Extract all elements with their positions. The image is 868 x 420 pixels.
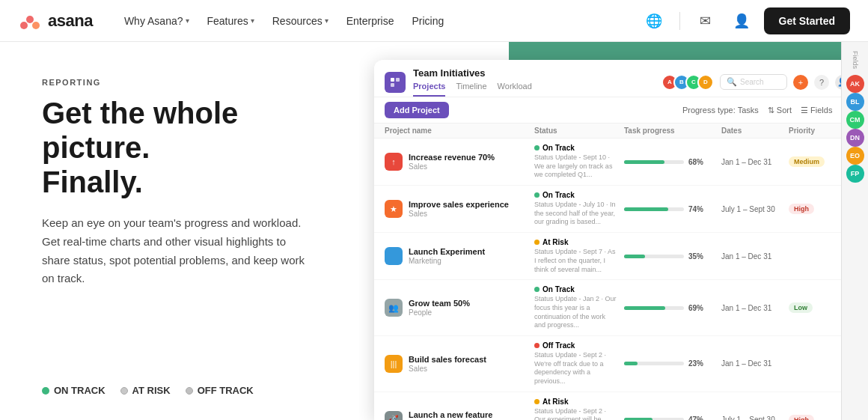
off-track-dot xyxy=(186,387,193,395)
asana-widget: Team Initiatives Projects Timeline Workl… xyxy=(374,60,861,420)
progress-bar-bg xyxy=(624,160,684,164)
search-box[interactable]: 🔍 Search xyxy=(720,74,787,90)
table-body: ↑ Increase revenue 70% Sales On Track St… xyxy=(374,139,861,420)
progress-bar-fill xyxy=(624,255,645,258)
nav-features[interactable]: Features ▾ xyxy=(200,10,262,31)
tab-workload[interactable]: Workload xyxy=(498,82,532,97)
status-dot xyxy=(534,399,540,404)
status-update: Status Update - Jan 2 · Our focus this y… xyxy=(534,295,617,330)
left-panel: REPORTING Get the whole picture. Finally… xyxy=(0,42,359,420)
progress-cell: 35% xyxy=(624,252,721,261)
status-badge: Off Track xyxy=(534,341,624,350)
get-started-button[interactable]: Get Started xyxy=(764,7,850,34)
project-icon: ★ xyxy=(385,200,403,218)
priority-badge: Medium xyxy=(789,156,825,167)
fields-icon: ☰ xyxy=(801,106,808,115)
project-icon: 👥 xyxy=(385,299,403,317)
dates-cell: Jan 1 – Dec 31 xyxy=(721,252,789,261)
status-dot xyxy=(534,287,540,292)
side-fields-label: Fields xyxy=(852,51,859,69)
svg-rect-3 xyxy=(391,78,394,82)
progress-type-selector[interactable]: Progress type: Tasks xyxy=(682,106,759,115)
project-dept: Sales xyxy=(409,210,509,218)
project-icon xyxy=(385,247,403,265)
status-cell: Off Track Status Update - Sept 2 · We're… xyxy=(534,341,624,386)
progress-bar-fill xyxy=(624,207,668,211)
help-icon[interactable]: ? xyxy=(814,75,829,90)
table-row[interactable]: 👥 Grow team 50% People On Track Status U… xyxy=(374,280,861,336)
add-icon[interactable]: + xyxy=(793,75,808,90)
sort-button[interactable]: ⇅ Sort xyxy=(768,106,792,115)
table-row[interactable]: ||| Build sales forecast Sales Off Track… xyxy=(374,336,861,392)
logo-text: asana xyxy=(48,11,93,31)
side-avatars: AKBLCMDNEOFP xyxy=(846,75,864,183)
svg-rect-5 xyxy=(391,83,394,87)
side-avatar: FP xyxy=(846,165,864,183)
nav-divider xyxy=(679,12,680,30)
logo[interactable]: asana xyxy=(18,9,93,33)
chevron-down-icon: ▾ xyxy=(325,16,328,25)
user-icon[interactable]: 👤 xyxy=(728,7,755,34)
globe-icon[interactable]: 🌐 xyxy=(641,7,667,34)
side-avatar: EO xyxy=(846,147,864,165)
message-icon[interactable]: ✉ xyxy=(692,7,719,34)
nav-links: Why Asana? ▾ Features ▾ Resources ▾ Ente… xyxy=(117,10,641,31)
add-project-button[interactable]: Add Project xyxy=(385,102,449,118)
legend-off-track: OFF TRACK xyxy=(186,385,254,396)
fields-button[interactable]: ☰ Fields xyxy=(801,106,832,115)
status-cell: On Track Status Update - Jan 2 · Our foc… xyxy=(534,285,624,330)
progress-bar-fill xyxy=(624,306,665,310)
svg-point-2 xyxy=(32,22,40,29)
priority-badge: High xyxy=(789,415,814,420)
project-dept: Sales xyxy=(409,365,486,373)
priority-badge: High xyxy=(789,204,814,214)
progress-cell: 68% xyxy=(624,158,721,166)
side-avatar: DN xyxy=(846,129,864,147)
tab-timeline[interactable]: Timeline xyxy=(456,82,486,97)
legend-at-risk: AT RISK xyxy=(120,385,171,396)
nav-resources[interactable]: Resources ▾ xyxy=(265,10,336,31)
project-icon: ||| xyxy=(385,355,403,373)
progress-percent: 69% xyxy=(688,304,708,312)
table-row[interactable]: ↑ Increase revenue 70% Sales On Track St… xyxy=(374,139,861,186)
sort-icon: ⇅ xyxy=(768,106,774,115)
status-badge: At Risk xyxy=(534,238,624,246)
status-dot xyxy=(534,240,540,245)
toolbar-right: Progress type: Tasks ⇅ Sort ☰ Fields ••• xyxy=(682,106,850,115)
project-dept: People xyxy=(409,308,470,317)
nav-enterprise[interactable]: Enterprise xyxy=(339,10,402,31)
table-row[interactable]: 🚀 Launch a new feature Product At Risk S… xyxy=(374,392,861,420)
widget-header-right: A B C D 🔍 Search + ? 👤 xyxy=(661,74,850,91)
svg-point-0 xyxy=(26,16,34,23)
status-badge: On Track xyxy=(534,285,624,293)
project-icon: 🚀 xyxy=(385,411,403,420)
nav-pricing[interactable]: Pricing xyxy=(404,10,451,31)
progress-bar-bg xyxy=(624,362,684,365)
progress-cell: 69% xyxy=(624,304,721,312)
at-risk-dot xyxy=(120,387,128,395)
status-dot xyxy=(534,192,540,198)
status-badge: At Risk xyxy=(534,398,624,406)
status-cell: At Risk Status Update - Sept 7 · As I re… xyxy=(534,238,624,274)
project-dept: Marketing xyxy=(409,257,485,265)
reporting-label: REPORTING xyxy=(42,78,323,87)
side-avatar: AK xyxy=(846,75,864,93)
col-task-progress: Task progress xyxy=(624,127,721,135)
nav-why-asana[interactable]: Why Asana? ▾ xyxy=(117,10,197,31)
tab-projects[interactable]: Projects xyxy=(413,82,445,97)
progress-cell: 74% xyxy=(624,205,721,213)
table-row[interactable]: ★ Improve sales experience Sales On Trac… xyxy=(374,186,861,233)
on-track-dot xyxy=(42,387,49,395)
project-dept: Sales xyxy=(409,162,495,171)
table-row[interactable]: Launch Experiment Marketing At Risk Stat… xyxy=(374,233,861,280)
project-name: Launch a new feature xyxy=(409,410,492,420)
col-priority: Priority xyxy=(789,127,841,135)
progress-bar-fill xyxy=(624,160,664,164)
status-update: Status Update - Sept 2 · We're off track… xyxy=(534,351,617,386)
project-cell: ||| Build sales forecast Sales xyxy=(385,355,534,373)
project-cell: 👥 Grow team 50% People xyxy=(385,299,534,317)
dates-cell: Jan 1 – Dec 31 xyxy=(721,359,789,368)
project-cell: ★ Improve sales experience Sales xyxy=(385,200,534,218)
side-avatar: BL xyxy=(846,93,864,111)
status-badge: On Track xyxy=(534,144,624,152)
